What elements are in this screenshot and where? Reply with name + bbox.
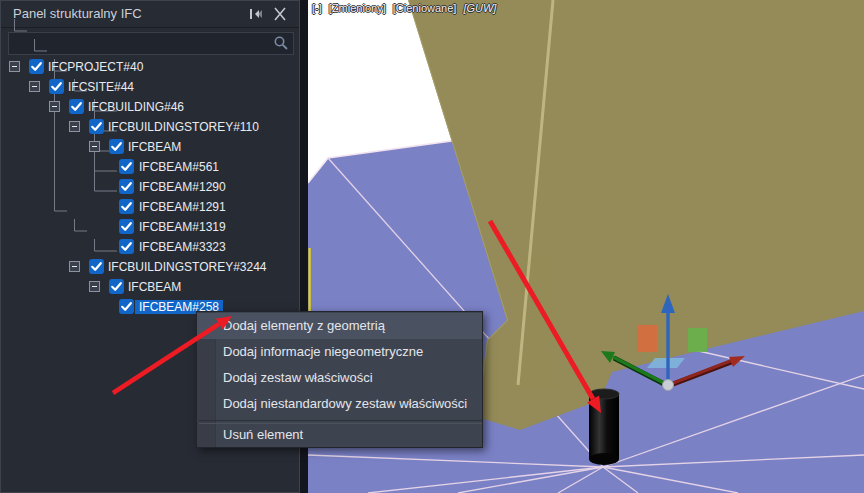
tree-checkbox-checked[interactable] xyxy=(29,59,44,74)
tree-row-ifcbuildingstorey-3244[interactable]: IFCBUILDINGSTOREY#3244 xyxy=(1,257,299,277)
tree-row-ifcbeam-3323[interactable]: IFCBEAM#3323 xyxy=(1,237,299,257)
tree-checkbox-checked[interactable] xyxy=(119,159,134,174)
tree-item-label[interactable]: IFCBEAM xyxy=(128,140,181,154)
checkmark-icon xyxy=(119,219,134,234)
tree-expander-icon[interactable] xyxy=(89,281,100,292)
tree-expander-icon[interactable] xyxy=(69,121,80,132)
tree-checkbox-checked[interactable] xyxy=(69,99,84,114)
tree-row-ifcsite-44[interactable]: IFCSITE#44 xyxy=(1,77,299,97)
viewport-control-ucs[interactable]: [GUW] xyxy=(463,2,496,14)
checkmark-icon xyxy=(69,99,84,114)
tree-row-ifcbeam-561[interactable]: IFCBEAM#561 xyxy=(1,157,299,177)
tree-row-ifcproject-40[interactable]: IFCPROJECT#40 xyxy=(1,57,299,77)
tree-row-ifcbeam-1291[interactable]: IFCBEAM#1291 xyxy=(1,197,299,217)
tree-item-label[interactable]: IFCBUILDINGSTOREY#110 xyxy=(108,120,259,134)
checkmark-icon xyxy=(29,59,44,74)
tree-checkbox-checked[interactable] xyxy=(119,239,134,254)
menu-item-delete-element[interactable]: Usuń element xyxy=(197,422,482,448)
menu-item-add-property-set[interactable]: Dodaj zestaw właściwości xyxy=(197,365,482,391)
checkmark-icon xyxy=(119,199,134,214)
black-cylinder-column[interactable] xyxy=(589,389,619,465)
viewport-control-shading[interactable]: [Cieniowane] xyxy=(393,2,457,14)
tree-item-label[interactable]: IFCPROJECT#40 xyxy=(48,60,143,74)
tree-item-label[interactable]: IFCBEAM xyxy=(128,280,181,294)
ucs-xz-plane-square xyxy=(637,325,657,352)
checkmark-icon xyxy=(109,139,124,154)
tree-checkbox-checked[interactable] xyxy=(89,259,104,274)
checkmark-icon xyxy=(49,79,64,94)
tree-row-ifcbeam-1319[interactable]: IFCBEAM#1319 xyxy=(1,217,299,237)
checkmark-icon xyxy=(119,299,134,314)
tree-item-label[interactable]: IFCBEAM#1291 xyxy=(139,200,226,214)
viewport-controls-text[interactable]: [-] [Zmieniony] [Cieniowane] [GUW] xyxy=(312,2,500,14)
tree-row-ifcbuildingstorey-110[interactable]: IFCBUILDINGSTOREY#110 xyxy=(1,117,299,137)
tree-expander-icon[interactable] xyxy=(69,261,80,272)
tree-item-label[interactable]: IFCBUILDINGSTOREY#3244 xyxy=(108,260,267,274)
tree-checkbox-checked[interactable] xyxy=(89,119,104,134)
tree-row-ifcbuilding-46[interactable]: IFCBUILDING#46 xyxy=(1,97,299,117)
ucs-yz-plane-square xyxy=(688,328,707,352)
tree-checkbox-checked[interactable] xyxy=(119,179,134,194)
checkmark-icon xyxy=(89,119,104,134)
menu-item-add-nongeometric-info[interactable]: Dodaj informacje niegeometryczne xyxy=(197,339,482,365)
checkmark-icon xyxy=(89,259,104,274)
tree-row-ifcbeam-1290[interactable]: IFCBEAM#1290 xyxy=(1,177,299,197)
tree-item-label[interactable]: IFCBUILDING#46 xyxy=(88,100,184,114)
checkmark-icon xyxy=(119,179,134,194)
ucs-origin-sphere xyxy=(663,380,674,391)
tree-expander-icon[interactable] xyxy=(49,101,60,112)
tree-checkbox-checked[interactable] xyxy=(49,79,64,94)
tree-item-label[interactable]: IFCBEAM#3323 xyxy=(139,240,226,254)
yellow-line xyxy=(309,248,311,312)
menu-item-add-custom-property-set[interactable]: Dodaj niestandardowy zestaw właściwości xyxy=(197,391,482,417)
tree-item-label[interactable]: IFCSITE#44 xyxy=(68,80,134,94)
tree-expander-icon[interactable] xyxy=(9,61,20,72)
tree-item-label[interactable]: IFCBEAM#1319 xyxy=(139,220,226,234)
tree-item-label[interactable]: IFCBEAM#561 xyxy=(139,160,219,174)
checkmark-icon xyxy=(119,159,134,174)
tree-checkbox-checked[interactable] xyxy=(119,219,134,234)
viewport-control-view[interactable]: [Zmieniony] xyxy=(329,2,386,14)
tree-checkbox-checked[interactable] xyxy=(109,279,124,294)
tree-checkbox-checked[interactable] xyxy=(119,299,134,314)
tree-row-ifcbeam[interactable]: IFCBEAM xyxy=(1,277,299,297)
tree-checkbox-checked[interactable] xyxy=(119,199,134,214)
context-menu: Dodaj elementy z geometrią Dodaj informa… xyxy=(196,311,483,448)
tree-expander-icon[interactable] xyxy=(89,141,100,152)
checkmark-icon xyxy=(109,279,124,294)
tree-item-label[interactable]: IFCBEAM#1290 xyxy=(139,180,226,194)
tree-expander-icon[interactable] xyxy=(29,81,40,92)
tree-checkbox-checked[interactable] xyxy=(109,139,124,154)
application-window: [-] [Zmieniony] [Cieniowane] [GUW] Panel… xyxy=(0,0,864,493)
viewport-control-minimize[interactable]: [-] xyxy=(312,2,322,14)
checkmark-icon xyxy=(119,239,134,254)
tree-row-ifcbeam[interactable]: IFCBEAM xyxy=(1,137,299,157)
menu-item-add-elements-with-geometry[interactable]: Dodaj elementy z geometrią xyxy=(197,313,482,339)
